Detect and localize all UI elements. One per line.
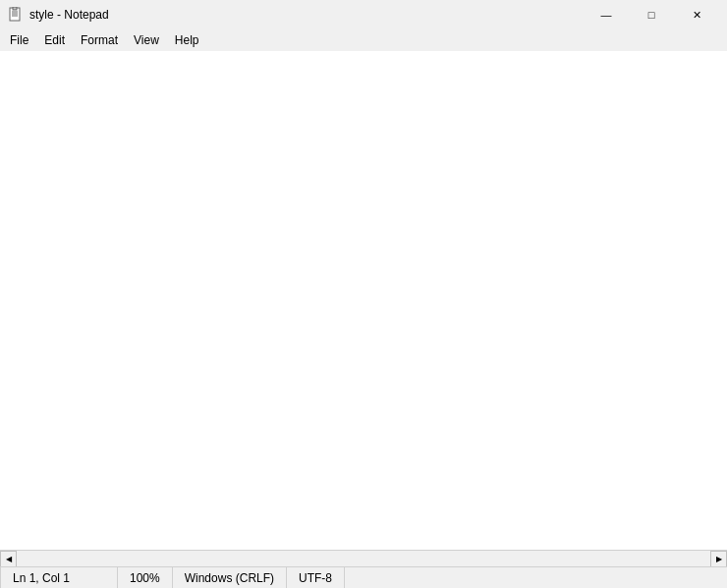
notepad-icon xyxy=(8,7,24,23)
menu-edit[interactable]: Edit xyxy=(36,29,73,51)
minimize-button[interactable]: — xyxy=(584,0,629,29)
menu-bar: File Edit Format View Help xyxy=(0,29,727,51)
menu-view[interactable]: View xyxy=(126,29,167,51)
encoding: UTF-8 xyxy=(287,567,345,588)
window-controls: — □ ✕ xyxy=(584,0,719,29)
status-bar: Ln 1, Col 1 100% Windows (CRLF) UTF-8 xyxy=(0,566,727,588)
title-bar-left: style - Notepad xyxy=(8,7,109,23)
window-title: style - Notepad xyxy=(29,8,109,22)
horizontal-scrollbar[interactable]: ◀ ▶ xyxy=(0,550,727,566)
scroll-right-button[interactable]: ▶ xyxy=(710,551,727,567)
editor-container xyxy=(0,51,727,550)
maximize-button[interactable]: □ xyxy=(629,0,674,29)
svg-rect-1 xyxy=(13,7,17,10)
cursor-position: Ln 1, Col 1 xyxy=(0,567,118,588)
close-button[interactable]: ✕ xyxy=(674,0,719,29)
menu-help[interactable]: Help xyxy=(167,29,207,51)
line-ending: Windows (CRLF) xyxy=(173,567,287,588)
menu-file[interactable]: File xyxy=(2,29,36,51)
title-bar: style - Notepad — □ ✕ xyxy=(0,0,727,29)
scroll-track[interactable] xyxy=(17,551,710,567)
scroll-left-button[interactable]: ◀ xyxy=(0,551,17,567)
zoom-level: 100% xyxy=(118,567,173,588)
menu-format[interactable]: Format xyxy=(73,29,126,51)
text-editor[interactable] xyxy=(0,51,727,550)
